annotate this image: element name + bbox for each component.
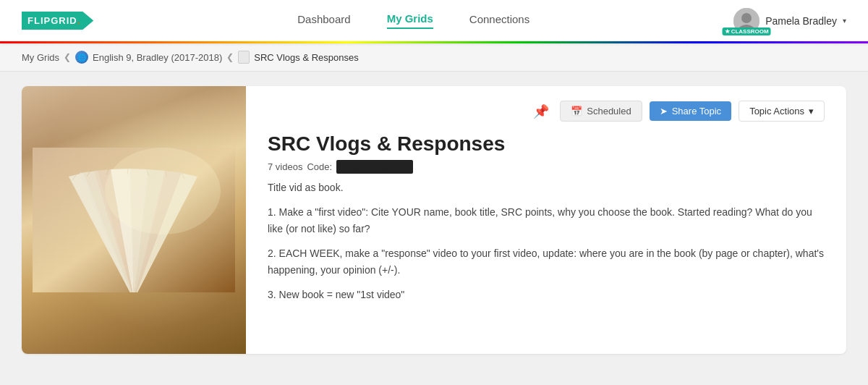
logo-box: FLIPGRID. xyxy=(22,12,93,30)
classroom-badge: ★CLASSROOM xyxy=(723,28,771,35)
main-nav: Dashboard My Grids Connections xyxy=(93,12,733,29)
chevron-down-icon: ▾ xyxy=(809,106,814,117)
topic-desc-1: 1. Make a "first video": Cite YOUR name,… xyxy=(268,204,825,237)
nav-connections[interactable]: Connections xyxy=(469,13,529,28)
pin-icon[interactable]: 📌 xyxy=(533,103,549,119)
topic-image xyxy=(22,86,246,354)
video-count: 7 videos xyxy=(268,161,302,172)
topic-meta: 7 videos Code: XXXXXXXX xyxy=(268,160,825,174)
avatar-wrapper: ★CLASSROOM xyxy=(733,8,760,34)
app-header: FLIPGRID. Dashboard My Grids Connections… xyxy=(0,0,868,43)
main-content: 📌 📅 Scheduled ➤ Share Topic Topic Action… xyxy=(0,72,868,368)
breadcrumb-topic: SRC Vlogs & Responses xyxy=(254,52,359,63)
svg-point-1 xyxy=(741,13,752,23)
scheduled-button[interactable]: 📅 Scheduled xyxy=(560,101,642,122)
nav-my-grids[interactable]: My Grids xyxy=(387,12,433,29)
breadcrumb-grid[interactable]: English 9, Bradley (2017-2018) xyxy=(93,52,222,63)
breadcrumb-sep-1: ❮ xyxy=(64,52,71,62)
book-visual xyxy=(22,86,246,354)
globe-icon: 🌐 xyxy=(75,51,88,64)
breadcrumb: My Grids ❮ 🌐 English 9, Bradley (2017-20… xyxy=(0,43,868,72)
share-topic-button[interactable]: ➤ Share Topic xyxy=(650,101,731,121)
share-icon: ➤ xyxy=(660,106,668,117)
topic-card: 📌 📅 Scheduled ➤ Share Topic Topic Action… xyxy=(22,86,846,354)
nav-dashboard[interactable]: Dashboard xyxy=(297,13,350,28)
user-menu[interactable]: ★CLASSROOM Pamela Bradley ▾ xyxy=(733,8,846,34)
doc-icon xyxy=(238,51,250,64)
book-svg xyxy=(33,148,235,292)
topic-description: Title vid as book. 1. Make a "first vide… xyxy=(268,179,825,302)
topic-desc-3: 3. New book = new "1st video" xyxy=(268,287,825,302)
breadcrumb-my-grids[interactable]: My Grids xyxy=(22,52,59,63)
logo[interactable]: FLIPGRID. xyxy=(22,12,93,30)
svg-point-11 xyxy=(105,148,221,234)
topic-code: XXXXXXXX xyxy=(336,160,412,174)
topic-desc-2: 2. EACH WEEK, make a "response" video to… xyxy=(268,245,825,278)
topic-details: 📌 📅 Scheduled ➤ Share Topic Topic Action… xyxy=(246,86,846,354)
user-chevron-icon: ▾ xyxy=(843,17,846,25)
user-name: Pamela Bradley xyxy=(765,15,837,27)
breadcrumb-sep-2: ❮ xyxy=(226,52,234,62)
calendar-icon: 📅 xyxy=(571,106,582,117)
code-label: Code: xyxy=(307,161,332,172)
actions-bar: 📌 📅 Scheduled ➤ Share Topic Topic Action… xyxy=(268,101,825,122)
topic-title: SRC Vlogs & Responses xyxy=(268,132,825,156)
topic-actions-button[interactable]: Topic Actions ▾ xyxy=(739,101,825,122)
topic-tagline: Title vid as book. xyxy=(268,179,825,195)
